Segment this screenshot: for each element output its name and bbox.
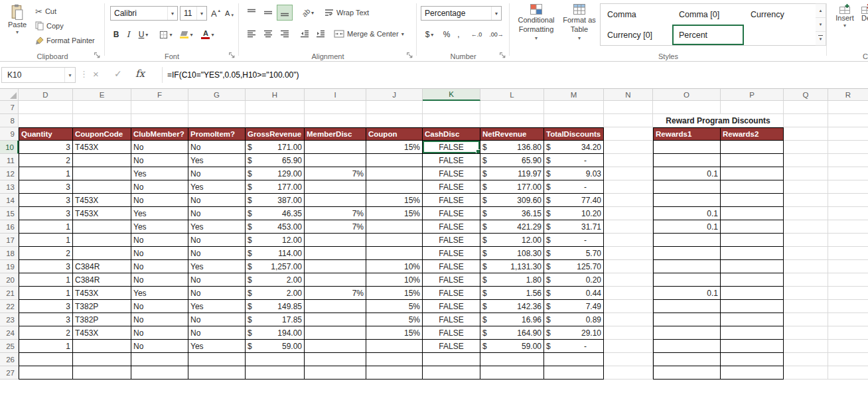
cell-J7[interactable]: [366, 101, 423, 114]
cell-F26[interactable]: [131, 353, 188, 366]
cell-F24[interactable]: No: [131, 326, 188, 340]
cell-I20[interactable]: [305, 273, 366, 287]
clipboard-dialog-launcher[interactable]: [94, 52, 101, 59]
cell-I25[interactable]: [305, 340, 366, 353]
cell-O9[interactable]: Rewards1: [653, 127, 721, 141]
cell-L11[interactable]: $65.90: [480, 154, 544, 167]
column-header-G[interactable]: G: [188, 89, 246, 101]
insert-cells-button[interactable]: Insert ▾: [831, 2, 859, 51]
cell-K19[interactable]: FALSE: [423, 260, 480, 273]
cell-O7[interactable]: [653, 101, 721, 114]
row-header-20[interactable]: 20: [0, 273, 19, 287]
cell-L21[interactable]: $1.56: [480, 287, 544, 300]
cell-style-currency[interactable]: Currency: [744, 4, 816, 25]
formula-input[interactable]: =IF(C10="YES",0.05,H10>="100.00"): [167, 67, 867, 83]
cell-Q16[interactable]: [784, 220, 828, 234]
cell-E15[interactable]: T453X: [73, 207, 131, 220]
cell-R14[interactable]: [828, 194, 868, 207]
font-color-button[interactable]: A ▾: [198, 27, 218, 42]
cell-P22[interactable]: [721, 300, 784, 313]
cell-P19[interactable]: [721, 260, 784, 273]
cell-K20[interactable]: FALSE: [423, 273, 480, 287]
cell-Q8[interactable]: [784, 114, 828, 127]
cell-D27[interactable]: [19, 366, 73, 380]
font-color-dropdown-arrow[interactable]: ▾: [211, 32, 214, 38]
cell-N10[interactable]: [604, 141, 653, 154]
cell-D17[interactable]: 1: [19, 234, 73, 247]
cell-P27[interactable]: [721, 366, 784, 380]
cell-P13[interactable]: [721, 180, 784, 194]
copy-button[interactable]: Copy: [33, 19, 66, 33]
cell-I10[interactable]: [305, 141, 366, 154]
cell-P7[interactable]: [721, 101, 784, 114]
cell-F15[interactable]: Yes: [131, 207, 188, 220]
cell-J17[interactable]: [366, 234, 423, 247]
cell-M13[interactable]: $-: [544, 180, 604, 194]
cell-D21[interactable]: 1: [19, 287, 73, 300]
cell-F23[interactable]: No: [131, 313, 188, 326]
cell-M8[interactable]: [544, 114, 604, 127]
cell-Q12[interactable]: [784, 167, 828, 180]
cell-F14[interactable]: No: [131, 194, 188, 207]
cell-O10[interactable]: [653, 141, 721, 154]
cell-N15[interactable]: [604, 207, 653, 220]
cell-M11[interactable]: $-: [544, 154, 604, 167]
cell-H7[interactable]: [246, 101, 305, 114]
font-dialog-launcher[interactable]: [228, 52, 236, 59]
cell-L16[interactable]: $421.29: [480, 220, 544, 234]
cell-H26[interactable]: [246, 353, 305, 366]
cell-O20[interactable]: [653, 273, 721, 287]
cell-I7[interactable]: [305, 101, 366, 114]
cell-Q7[interactable]: [784, 101, 828, 114]
cell-H12[interactable]: $129.00: [246, 167, 305, 180]
cell-D10[interactable]: 3: [19, 141, 73, 154]
row-header-19[interactable]: 19: [0, 260, 19, 273]
cell-D25[interactable]: 1: [19, 340, 73, 353]
cell-N20[interactable]: [604, 273, 653, 287]
cell-H10[interactable]: $171.00: [246, 141, 305, 154]
cell-I22[interactable]: [305, 300, 366, 313]
cell-D7[interactable]: [19, 101, 73, 114]
format-as-table-dropdown-arrow[interactable]: ▾: [578, 35, 581, 41]
cell-J27[interactable]: [366, 366, 423, 380]
cell-Q15[interactable]: [784, 207, 828, 220]
cell-L7[interactable]: [480, 101, 544, 114]
cell-Q9[interactable]: [784, 127, 828, 141]
cell-R22[interactable]: [828, 300, 868, 313]
enter-icon[interactable]: ✓: [114, 68, 122, 79]
cell-E19[interactable]: C384R: [73, 260, 131, 273]
cell-G12[interactable]: No: [188, 167, 246, 180]
cell-R19[interactable]: [828, 260, 868, 273]
select-all-corner[interactable]: [0, 89, 19, 101]
cell-G11[interactable]: Yes: [188, 154, 246, 167]
cell-K17[interactable]: FALSE: [423, 234, 480, 247]
cell-F22[interactable]: No: [131, 300, 188, 313]
conditional-formatting-dropdown-arrow[interactable]: ▾: [535, 35, 538, 41]
accounting-format-button[interactable]: $ ▾: [421, 27, 438, 42]
row-header-7[interactable]: 7: [0, 101, 19, 114]
number-format-select[interactable]: Percentage ▾: [421, 6, 502, 21]
cell-O16[interactable]: 0.1: [653, 220, 721, 234]
percent-style-button[interactable]: %: [441, 27, 453, 42]
cell-H16[interactable]: $453.00: [246, 220, 305, 234]
cell-M16[interactable]: $31.71: [544, 220, 604, 234]
cell-P12[interactable]: [721, 167, 784, 180]
format-as-table-button[interactable]: Format as Table ▾: [560, 2, 599, 51]
cell-J12[interactable]: [366, 167, 423, 180]
column-header-L[interactable]: L: [480, 89, 544, 101]
cell-G8[interactable]: [188, 114, 246, 127]
cell-L25[interactable]: $59.00: [480, 340, 544, 353]
cell-Q27[interactable]: [784, 366, 828, 380]
align-top-button[interactable]: [244, 5, 259, 20]
cell-E26[interactable]: [73, 353, 131, 366]
cell-J24[interactable]: 15%: [366, 326, 423, 340]
cell-O24[interactable]: [653, 326, 721, 340]
font-name-dropdown-arrow[interactable]: ▾: [167, 7, 177, 20]
cell-H25[interactable]: $59.00: [246, 340, 305, 353]
cell-L9[interactable]: NetRevenue: [480, 127, 544, 141]
fill-color-button[interactable]: ▾: [177, 27, 196, 42]
cancel-icon[interactable]: ×: [93, 68, 99, 80]
cell-E11[interactable]: [73, 154, 131, 167]
cell-F10[interactable]: No: [131, 141, 188, 154]
cell-O18[interactable]: [653, 247, 721, 260]
